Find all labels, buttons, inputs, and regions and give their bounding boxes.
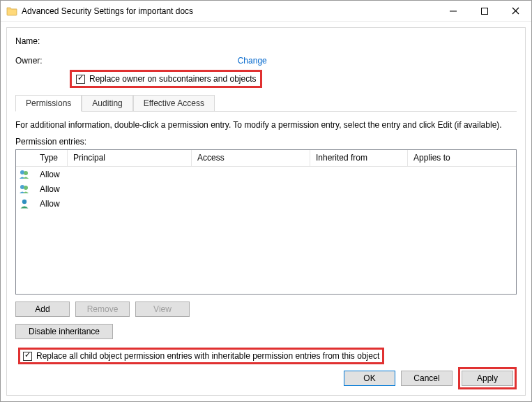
cell-inherited: [310, 202, 408, 205]
name-label: Name:: [15, 36, 40, 46]
list-body: AllowAllowAllow: [16, 167, 516, 294]
col-type[interactable]: Type: [34, 150, 68, 166]
cell-access: [192, 188, 310, 191]
col-inherited[interactable]: Inherited from: [310, 150, 408, 166]
cell-principal: [68, 188, 192, 191]
close-button[interactable]: [500, 1, 531, 21]
view-button[interactable]: View: [135, 302, 190, 317]
table-row[interactable]: Allow: [16, 167, 516, 181]
disable-inheritance-wrap: Disable inheritance: [15, 324, 113, 339]
replace-child-checkbox[interactable]: [23, 352, 32, 361]
change-owner-link[interactable]: Change: [238, 56, 267, 66]
col-applies[interactable]: Applies to: [408, 150, 516, 166]
col-principal[interactable]: Principal: [68, 150, 192, 166]
client-area: Name: Owner: Change Replace owner on sub…: [1, 22, 531, 401]
cell-type: Allow: [34, 183, 68, 195]
folder-icon: [6, 6, 17, 17]
cell-principal: [68, 173, 192, 176]
permission-entries-label: Permission entries:: [15, 137, 517, 147]
entry-buttons-row: Add Remove View: [15, 302, 517, 317]
cell-access: [192, 202, 310, 205]
tab-permissions[interactable]: Permissions: [15, 95, 82, 112]
cancel-button[interactable]: Cancel: [401, 371, 453, 386]
apply-highlight: Apply: [458, 367, 517, 389]
ok-button[interactable]: OK: [344, 371, 395, 386]
replace-child-label: Replace all child object permission entr…: [36, 351, 379, 361]
dialog-footer-buttons: OK Cancel Apply: [344, 367, 517, 389]
window-controls: [437, 1, 531, 21]
replace-owner-checkbox[interactable]: [76, 75, 85, 84]
tab-auditing[interactable]: Auditing: [82, 95, 132, 111]
cell-inherited: [310, 188, 408, 191]
tab-effective-access[interactable]: Effective Access: [133, 95, 215, 111]
replace-owner-label: Replace owner on subcontainers and objec…: [89, 74, 256, 84]
table-row[interactable]: Allow: [16, 181, 516, 196]
cell-access: [192, 173, 310, 176]
remove-button[interactable]: Remove: [75, 302, 130, 317]
col-icon[interactable]: [16, 150, 34, 166]
user-icon: [16, 197, 34, 211]
cell-applies: [408, 202, 516, 205]
cell-applies: [408, 173, 516, 176]
window-title: Advanced Security Settings for important…: [22, 6, 437, 16]
replace-child-wrap: Replace all child object permission entr…: [15, 346, 387, 366]
add-button[interactable]: Add: [15, 302, 70, 317]
replace-owner-highlight: Replace owner on subcontainers and objec…: [70, 70, 262, 88]
group-icon: [16, 182, 34, 196]
replace-child-highlight: Replace all child object permission entr…: [18, 348, 384, 364]
maximize-button[interactable]: [469, 1, 500, 21]
table-row[interactable]: Allow: [16, 196, 516, 211]
minimize-button[interactable]: [437, 1, 469, 21]
list-header: Type Principal Access Inherited from App…: [16, 150, 516, 167]
apply-button[interactable]: Apply: [462, 371, 513, 386]
group-icon: [16, 168, 34, 181]
main-panel: Name: Owner: Change Replace owner on sub…: [6, 27, 526, 396]
svg-rect-0: [481, 8, 487, 14]
owner-label: Owner:: [15, 56, 43, 66]
cell-type: Allow: [34, 198, 68, 210]
disable-inheritance-button[interactable]: Disable inheritance: [15, 324, 113, 339]
col-access[interactable]: Access: [192, 150, 310, 166]
cell-principal: [68, 202, 192, 205]
cell-inherited: [310, 173, 408, 176]
cell-applies: [408, 188, 516, 191]
cell-type: Allow: [34, 168, 68, 181]
tabstrip: Permissions Auditing Effective Access: [15, 95, 517, 112]
info-text: For additional information, double-click…: [15, 120, 517, 130]
permission-entries-list[interactable]: Type Principal Access Inherited from App…: [15, 149, 517, 295]
titlebar: Advanced Security Settings for important…: [1, 1, 531, 22]
